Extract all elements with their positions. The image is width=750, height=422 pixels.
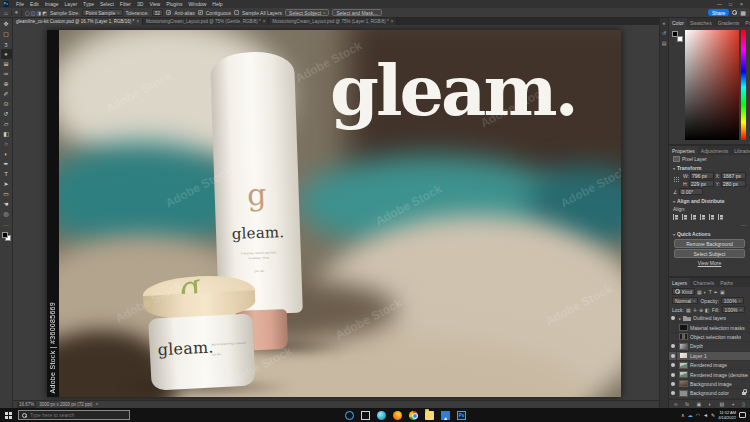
align-bottom-icon[interactable] <box>718 214 724 220</box>
search-icon[interactable] <box>732 10 737 15</box>
marquee-tool[interactable]: ▢ <box>1 29 12 39</box>
tab-color[interactable]: Color <box>669 18 687 27</box>
task-view-icon[interactable] <box>361 411 370 420</box>
layer-row-layer-1[interactable]: Layer 1 <box>669 352 750 361</box>
blur-tool[interactable]: ○ <box>1 139 12 149</box>
menu-plugins[interactable]: Plugins <box>163 1 185 7</box>
layer-group-icon[interactable]: ▧ <box>719 401 724 407</box>
align-right-icon[interactable] <box>691 214 697 220</box>
filter-shape-icon[interactable]: ✒ <box>714 289 718 295</box>
visibility-toggle[interactable] <box>669 380 677 388</box>
history-brush-tool[interactable]: ↺ <box>1 109 12 119</box>
start-button[interactable] <box>2 409 15 422</box>
close-button[interactable]: × <box>736 0 747 8</box>
blend-mode-select[interactable]: Normal ˅ <box>672 297 698 304</box>
arrange-panel-icon[interactable]: ▤ <box>662 40 667 46</box>
edit-toolbar-button[interactable]: … <box>1 219 12 229</box>
hue-slider[interactable] <box>741 30 746 140</box>
new-layer-icon[interactable]: + <box>732 401 735 407</box>
visibility-toggle[interactable] <box>669 323 677 331</box>
chrome-icon[interactable] <box>409 411 418 420</box>
foreground-color-swatch[interactable] <box>2 232 8 238</box>
align-left-icon[interactable] <box>673 214 679 220</box>
fill-input[interactable]: 100% ˅ <box>722 306 745 313</box>
menu-view[interactable]: View <box>146 1 163 7</box>
active-tool-icon[interactable]: ⌖ <box>15 9 18 16</box>
menu-filter[interactable]: Filter <box>117 1 134 7</box>
eyedropper-tool[interactable]: ✑ <box>1 69 12 79</box>
canvas-workspace[interactable]: Adobe Stock Adobe Stock Adobe Stock Adob… <box>13 25 659 400</box>
layer-row-object-selection-masks[interactable]: Object selection masks <box>669 333 750 342</box>
select-and-mask-button[interactable]: Select and Mask... <box>332 9 381 16</box>
anti-alias-checkbox[interactable]: ✓ <box>166 10 171 15</box>
add-selection-icon[interactable]: ◫ <box>31 10 36 16</box>
color-swatch-pair[interactable] <box>672 31 683 42</box>
crop-tool[interactable]: ⊞ <box>1 59 12 69</box>
visibility-toggle[interactable] <box>669 361 677 369</box>
menu-file[interactable]: File <box>13 1 27 7</box>
tab-swatches[interactable]: Swatches <box>687 18 715 27</box>
layer-row-material-selection-masks[interactable]: Material selection masks <box>669 323 750 332</box>
object-selection-tool[interactable]: ⌖ <box>1 49 12 59</box>
visibility-toggle[interactable] <box>669 389 677 397</box>
layer-row-background-image[interactable]: Background image <box>669 380 750 389</box>
filter-smart-object-icon[interactable]: ▣ <box>720 289 725 295</box>
remove-background-button[interactable]: Remove Background <box>674 239 745 248</box>
select-subject-button[interactable]: Select Subject ˅ <box>285 9 329 16</box>
search-input[interactable] <box>30 412 120 418</box>
brush-tool[interactable]: ✐ <box>1 89 12 99</box>
document-tab-2[interactable]: MoisturisingCream_Layout.psd @ 75% (Gent… <box>143 18 269 25</box>
tolerance-input[interactable]: 32 <box>152 9 164 16</box>
firefox-icon[interactable] <box>393 411 402 420</box>
contiguous-checkbox[interactable]: ✓ <box>198 10 203 15</box>
tab-patterns[interactable]: Patterns <box>742 18 750 27</box>
photos-icon[interactable]: ▲ <box>441 411 450 420</box>
tab-paths[interactable]: Paths <box>717 278 736 287</box>
align-center-vertical-icon[interactable] <box>709 214 715 220</box>
lock-position-icon[interactable]: ✛ <box>693 307 697 313</box>
document-tab-1[interactable]: gleamline_co-kit Custom.psd @ 16.7% (Lay… <box>13 18 143 25</box>
lasso-tool[interactable]: ʒ <box>1 39 12 49</box>
subtract-selection-icon[interactable]: ◨ <box>36 10 41 16</box>
align-top-icon[interactable] <box>700 214 706 220</box>
pen-tool[interactable]: ✒ <box>1 159 12 169</box>
layer-row-rendered-image-denoised[interactable]: Rendered image (denoised) <box>669 370 750 379</box>
tray-chevron-icon[interactable]: ∧ <box>681 412 685 418</box>
type-tool[interactable]: T <box>1 169 12 179</box>
zoom-tool[interactable]: ◎ <box>1 209 12 219</box>
height-input[interactable]: 229 px <box>689 180 714 187</box>
width-input[interactable]: 796 px <box>690 172 713 179</box>
minimize-button[interactable]: — <box>714 0 725 8</box>
network-icon[interactable]: ◠ <box>696 412 700 418</box>
y-input[interactable]: 280 px <box>721 180 746 187</box>
collapse-section-icon[interactable]: ▾ <box>673 199 675 204</box>
menu-help[interactable]: Help <box>209 1 225 7</box>
action-center-icon[interactable] <box>739 412 746 418</box>
menu-window[interactable]: Window <box>186 1 210 7</box>
tab-adjustments[interactable]: Adjustments <box>698 146 732 155</box>
close-tab-icon[interactable]: × <box>136 19 139 24</box>
workspace-switcher-icon[interactable]: ▦ <box>740 9 746 16</box>
share-button[interactable]: Share <box>708 9 729 16</box>
filter-type-icon[interactable]: T <box>709 289 712 295</box>
zoom-level-field[interactable]: 16.67% <box>17 402 36 408</box>
cortana-icon[interactable] <box>345 411 354 420</box>
menu-select[interactable]: Select <box>97 1 117 7</box>
tab-gradients[interactable]: Gradients <box>715 18 743 27</box>
reference-point-selector[interactable] <box>673 176 680 183</box>
sample-all-layers-checkbox[interactable] <box>234 10 239 15</box>
menu-edit[interactable]: Edit <box>27 1 42 7</box>
close-tab-icon[interactable]: × <box>263 19 266 24</box>
visibility-toggle[interactable] <box>669 352 677 360</box>
photoshop-taskbar-icon[interactable]: Ps <box>457 411 466 420</box>
align-center-horizontal-icon[interactable] <box>682 214 688 220</box>
shape-tool[interactable]: ▭ <box>1 189 12 199</box>
file-explorer-icon[interactable] <box>425 411 434 420</box>
tab-libraries[interactable]: Libraries <box>731 146 750 155</box>
taskbar-clock[interactable]: 11:52 AM 4/14/2022 <box>718 410 736 420</box>
new-selection-icon[interactable]: ▢ <box>25 10 30 16</box>
layer-mask-icon[interactable]: ▣ <box>697 401 702 407</box>
move-tool[interactable]: ✥ <box>1 19 12 29</box>
tab-layers[interactable]: Layers <box>669 278 690 287</box>
collapse-section-icon[interactable]: ▾ <box>673 166 675 171</box>
